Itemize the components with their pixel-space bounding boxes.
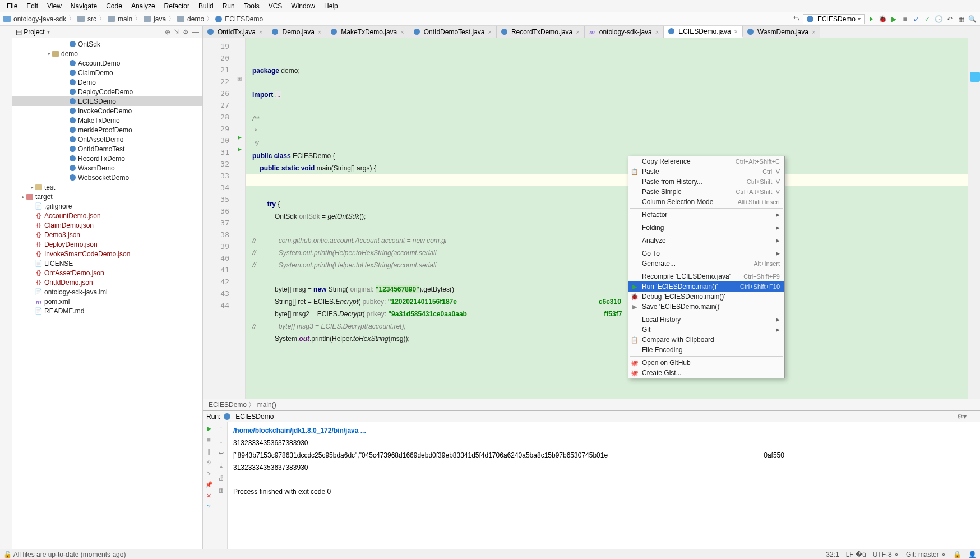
down-icon[interactable]: ↓ — [218, 437, 225, 445]
tree-node[interactable]: {}OntAssetDemo.json — [12, 268, 202, 278]
stop-button[interactable]: ■ — [900, 15, 909, 24]
tree-node[interactable]: WebsocketDemo — [12, 173, 202, 182]
editor-tab[interactable]: ECIESDemo.java× — [664, 26, 743, 38]
exit-icon[interactable]: ⎋ — [205, 458, 213, 466]
tree-node[interactable]: Demo — [12, 77, 202, 87]
menu-navigate[interactable]: Navigate — [66, 1, 101, 11]
menu-view[interactable]: View — [43, 1, 66, 11]
menu-analyze[interactable]: Analyze — [127, 1, 160, 11]
menu-refactor[interactable]: Refactor — [160, 1, 194, 11]
context-menu-item[interactable]: Refactor▶ — [628, 210, 784, 220]
breadcrumb[interactable]: src〉 — [77, 14, 107, 24]
close-tab-icon[interactable]: × — [734, 28, 738, 35]
scroll-from-source-icon[interactable]: ⊕ — [165, 28, 170, 36]
tree-node[interactable]: {}AccountDemo.json — [12, 211, 202, 220]
line-separator[interactable]: LF �ú — [846, 551, 866, 558]
vcs-status-icon[interactable]: 🔓 — [3, 551, 13, 558]
close-tab-icon[interactable]: × — [400, 29, 404, 35]
editor-tab[interactable]: montology-sdk-java× — [585, 26, 664, 38]
breadcrumb[interactable]: ontology-java-sdk〉 — [3, 14, 76, 24]
context-menu-item[interactable]: ▶Run 'ECIESDemo.main()'Ctrl+Shift+F10 — [628, 281, 784, 292]
error-stripe[interactable] — [968, 38, 980, 399]
context-menu-item[interactable]: Column Selection ModeAlt+Shift+Insert — [628, 197, 784, 207]
pause-icon[interactable]: ‖ — [205, 447, 213, 455]
menu-tools[interactable]: Tools — [239, 1, 264, 11]
run-gutter-icon[interactable]: ▶ — [238, 135, 242, 140]
editor-tab[interactable]: Demo.java× — [267, 26, 326, 38]
tree-node[interactable]: {}OntIdDemo.json — [12, 278, 202, 287]
soft-wrap-icon[interactable]: ↩ — [218, 449, 225, 457]
context-menu-item[interactable]: Generate...Alt+Insert — [628, 258, 784, 269]
context-menu-item[interactable]: Copy ReferenceCtrl+Alt+Shift+C — [628, 156, 784, 167]
code-editor[interactable]: package demo; import ... /** * */ public… — [246, 38, 968, 399]
context-menu-item[interactable]: 🐙Open on GitHub — [628, 358, 784, 368]
editor-tab[interactable]: OntIdTx.java× — [203, 26, 267, 38]
up-icon[interactable]: ↑ — [218, 424, 225, 432]
tree-node[interactable]: WasmDemo — [12, 163, 202, 173]
run-coverage-button[interactable]: ▶ — [889, 15, 898, 24]
breadcrumb[interactable]: main〉 — [108, 14, 142, 24]
context-menu-item[interactable]: Analyze▶ — [628, 235, 784, 246]
close-tab-icon[interactable]: × — [259, 29, 262, 35]
close-tab-icon[interactable]: × — [488, 29, 491, 35]
close-tab-icon[interactable]: × — [318, 29, 321, 35]
context-menu-item[interactable]: Local History▶ — [628, 315, 784, 325]
pin-icon[interactable]: 📌 — [205, 481, 213, 488]
editor-tab[interactable]: MakeTxDemo.java× — [326, 26, 409, 38]
context-menu-item[interactable]: Git▶ — [628, 325, 784, 335]
tree-node[interactable]: OntIdDemoTest — [12, 144, 202, 154]
file-encoding[interactable]: UTF-8 ⚬ — [873, 551, 899, 558]
tree-node[interactable]: {}Demo3.json — [12, 230, 202, 239]
read-only-icon[interactable]: 🔒 — [953, 551, 961, 558]
context-menu-item[interactable]: 🐙Create Gist... — [628, 368, 784, 378]
context-menu-item[interactable]: 📋PasteCtrl+V — [628, 167, 784, 177]
close-icon[interactable]: ✕ — [205, 492, 213, 500]
breadcrumb[interactable]: demo〉 — [177, 14, 214, 24]
project-tab[interactable]: ▤ Project — [16, 28, 45, 36]
close-tab-icon[interactable]: × — [655, 29, 659, 35]
tree-node[interactable]: RecordTxDemo — [12, 154, 202, 163]
context-menu-item[interactable]: Go To▶ — [628, 248, 784, 258]
code-breadcrumb[interactable]: ECIESDemo 〉 main() — [203, 399, 980, 410]
tree-node[interactable]: AccountDemo — [12, 58, 202, 68]
context-menu-item[interactable]: Paste from History...Ctrl+Shift+V — [628, 177, 784, 187]
menu-file[interactable]: File — [2, 1, 22, 11]
tree-node[interactable]: 📄README.md — [12, 306, 202, 316]
tree-node[interactable]: ECIESDemo — [12, 96, 202, 106]
breadcrumb[interactable]: java〉 — [144, 14, 176, 24]
print-icon[interactable]: 🖨 — [218, 474, 225, 482]
editor-tab[interactable]: WasmDemo.java× — [743, 26, 820, 38]
menu-vcs[interactable]: VCS — [264, 1, 287, 11]
context-menu-item[interactable]: 🐞Debug 'ECIESDemo.main()' — [628, 292, 784, 302]
hide-icon[interactable]: — — [970, 413, 977, 421]
tree-node[interactable]: DeployCodeDemo — [12, 87, 202, 96]
git-branch[interactable]: Git: master ⚬ — [906, 551, 946, 558]
gear-icon[interactable]: ⚙ — [183, 28, 189, 36]
back-icon[interactable]: ⮌ — [792, 15, 801, 24]
context-menu-item[interactable]: 📋Compare with Clipboard — [628, 335, 784, 345]
caret-position[interactable]: 32:1 — [826, 551, 839, 558]
editor-tab[interactable]: RecordTxDemo.java× — [497, 26, 585, 38]
gear-icon[interactable]: ⚙▾ — [957, 413, 967, 421]
vcs-history-icon[interactable]: 🕒 — [934, 15, 943, 24]
tree-node[interactable]: mpom.xml — [12, 297, 202, 306]
tree-node[interactable]: MakeTxDemo — [12, 116, 202, 125]
run-config-dropdown[interactable]: ECIESDemo▾ — [803, 14, 865, 24]
console-output[interactable]: /home/blockchain/jdk1.8.0_172/bin/java .… — [228, 422, 980, 549]
search-icon[interactable]: 🔍 — [968, 15, 977, 24]
tree-node[interactable]: OntSdk — [12, 39, 202, 49]
context-menu-item[interactable]: Paste SimpleCtrl+Alt+Shift+V — [628, 187, 784, 197]
vcs-update-icon[interactable]: ↙ — [912, 15, 921, 24]
chevron-down-icon[interactable]: ▾ — [47, 29, 50, 35]
context-menu-item[interactable]: ▶Save 'ECIESDemo.main()' — [628, 302, 784, 312]
collapse-all-icon[interactable]: ⇲ — [174, 28, 179, 36]
help-icon[interactable]: ? — [205, 503, 213, 511]
menu-run[interactable]: Run — [218, 1, 239, 11]
run-button[interactable] — [867, 15, 876, 24]
menu-build[interactable]: Build — [194, 1, 218, 11]
tree-node[interactable]: 📄ontology-sdk-java.iml — [12, 287, 202, 297]
restore-layout-icon[interactable]: ⇲ — [205, 469, 213, 477]
context-menu-item[interactable]: Folding▶ — [628, 223, 784, 233]
hector-icon[interactable]: 👤 — [968, 551, 977, 558]
menu-edit[interactable]: Edit — [22, 1, 43, 11]
